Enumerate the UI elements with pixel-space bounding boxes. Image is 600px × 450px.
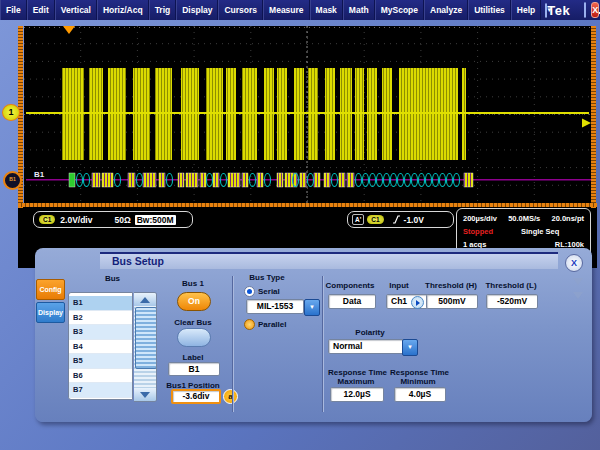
menu-items: FileEditVerticalHoriz/AcqTrigDisplayCurs… bbox=[0, 0, 541, 20]
bus-word bbox=[285, 173, 297, 187]
trigger-channel-badge: C1 bbox=[367, 215, 383, 224]
minimize-button[interactable] bbox=[584, 2, 586, 18]
serial-protocol-dropdown-button[interactable] bbox=[304, 299, 320, 316]
bus-word bbox=[159, 173, 165, 187]
trigger-level-arrow-icon bbox=[582, 119, 591, 128]
bus1-on-button[interactable]: On bbox=[177, 292, 211, 311]
parallel-radio[interactable] bbox=[244, 319, 255, 330]
response-max-field[interactable]: 12.0µS bbox=[330, 387, 384, 402]
scroll-down-button[interactable] bbox=[134, 388, 156, 401]
serial-radio[interactable] bbox=[244, 286, 255, 297]
bus-word bbox=[178, 173, 184, 187]
channel1-badge: C1 bbox=[39, 215, 55, 224]
knob-a-icon[interactable]: a bbox=[223, 389, 238, 404]
menu-item-math[interactable]: Math bbox=[343, 0, 375, 20]
bus-list-item-b5[interactable]: B5 bbox=[69, 354, 132, 369]
threshold-h-header: Threshold (H) bbox=[423, 281, 479, 290]
window-close-button[interactable]: X bbox=[591, 2, 599, 18]
channel1-marker[interactable]: 1 bbox=[2, 104, 20, 121]
menu-item-utilities[interactable]: Utilities bbox=[468, 0, 511, 20]
bus-word bbox=[324, 173, 330, 187]
menu-item-vertical[interactable]: Vertical bbox=[55, 0, 97, 20]
response-max-header1: Response Time bbox=[328, 368, 384, 377]
menu-bar: FileEditVerticalHoriz/AcqTrigDisplayCurs… bbox=[0, 0, 600, 20]
channel1-readout[interactable]: C1 2.0V/div 50Ω Bw:500M bbox=[33, 211, 193, 228]
bus1-marker[interactable]: B1 bbox=[3, 171, 22, 190]
ch1-bandwidth: Bw:500M bbox=[135, 215, 176, 225]
trigger-position-marker-icon bbox=[63, 26, 75, 34]
divider bbox=[322, 276, 324, 412]
bus-word bbox=[300, 173, 306, 187]
menu-item-myscope[interactable]: MyScope bbox=[375, 0, 424, 20]
menu-item-help[interactable]: Help bbox=[511, 0, 541, 20]
chevron-down-icon[interactable] bbox=[573, 292, 583, 299]
right-ruler bbox=[591, 26, 596, 208]
scroll-up-button[interactable] bbox=[134, 293, 156, 306]
sample-rate: 50.0MS/s bbox=[508, 212, 540, 225]
tab-display[interactable]: Display bbox=[36, 302, 65, 323]
bus-list-item-b2[interactable]: B2 bbox=[69, 311, 132, 326]
trigger-source-badge: A' bbox=[352, 214, 364, 225]
label-field[interactable]: B1 bbox=[168, 362, 220, 376]
bus-list-header: Bus bbox=[75, 274, 150, 283]
polarity-header: Polarity bbox=[345, 328, 395, 337]
menu-item-mask[interactable]: Mask bbox=[310, 0, 343, 20]
input-select-button[interactable] bbox=[411, 296, 424, 309]
trigger-readout[interactable]: A' C1 -1.0V bbox=[347, 211, 454, 228]
menu-item-measure[interactable]: Measure bbox=[263, 0, 310, 20]
acq-mode: Single Seq bbox=[521, 225, 559, 238]
bus-word bbox=[228, 173, 240, 187]
response-min-header1: Response Time bbox=[390, 368, 446, 377]
bus-list-item-b6[interactable]: B6 bbox=[69, 369, 132, 384]
bus-word bbox=[314, 173, 320, 187]
threshold-l-header: Threshold (L) bbox=[483, 281, 539, 290]
polarity-dropdown-button[interactable] bbox=[402, 339, 418, 356]
bus-list-item-b3[interactable]: B3 bbox=[69, 325, 132, 340]
bottom-ruler bbox=[18, 203, 597, 207]
menu-item-display[interactable]: Display bbox=[176, 0, 218, 20]
tab-config[interactable]: Config bbox=[36, 279, 65, 300]
bus-word bbox=[200, 173, 206, 187]
waveform-plot bbox=[24, 26, 591, 203]
bus-word bbox=[339, 173, 345, 187]
components-header: Components bbox=[321, 281, 379, 290]
scrollbar-thumb[interactable] bbox=[135, 307, 157, 369]
menu-item-cursors[interactable]: Cursors bbox=[218, 0, 263, 20]
menu-item-trig[interactable]: Trig bbox=[149, 0, 177, 20]
clear-bus-button[interactable] bbox=[177, 328, 211, 347]
bus-word bbox=[186, 173, 198, 187]
menu-item-edit[interactable]: Edit bbox=[27, 0, 55, 20]
bus-list-item-b1[interactable]: B1 bbox=[69, 296, 132, 311]
label-field-label: Label bbox=[168, 353, 218, 362]
timebase: 200µs/div bbox=[463, 212, 497, 225]
acq-state: Stopped bbox=[463, 225, 493, 238]
clear-bus-label: Clear Bus bbox=[165, 318, 221, 327]
bus-list[interactable]: B1B2B3B4B5B6B7 bbox=[68, 292, 133, 400]
bus-list-item-b4[interactable]: B4 bbox=[69, 340, 132, 355]
bus-word bbox=[213, 173, 219, 187]
chevron-down-icon[interactable] bbox=[573, 278, 583, 285]
serial-label: Serial bbox=[258, 287, 288, 296]
menu-item-horizacq[interactable]: Horiz/Acq bbox=[97, 0, 149, 20]
response-min-field[interactable]: 4.0µS bbox=[394, 387, 446, 402]
bus-word bbox=[92, 173, 100, 187]
menu-item-file[interactable]: File bbox=[0, 0, 27, 20]
dialog-title: Bus Setup bbox=[100, 254, 558, 269]
threshold-l-field[interactable]: -520mV bbox=[486, 294, 538, 309]
divider bbox=[232, 276, 234, 412]
components-field[interactable]: Data bbox=[328, 294, 376, 309]
serial-protocol-field[interactable]: MIL-1553 bbox=[246, 299, 304, 314]
menu-item-analyze[interactable]: Analyze bbox=[424, 0, 468, 20]
bus-list-scrollbar[interactable] bbox=[134, 292, 157, 402]
polarity-field[interactable]: Normal bbox=[328, 339, 404, 354]
bus-list-item-b7[interactable]: B7 bbox=[69, 383, 132, 398]
menu-dropdown-button[interactable] bbox=[545, 3, 547, 18]
graticule bbox=[24, 26, 591, 203]
threshold-h-field[interactable]: 500mV bbox=[426, 294, 478, 309]
bus-word bbox=[143, 173, 156, 187]
dialog-close-button[interactable]: X bbox=[565, 254, 583, 272]
bus1-position-field[interactable]: -3.6div bbox=[171, 389, 221, 404]
resolution: 20.0ns/pt bbox=[551, 212, 584, 225]
ch1-baseline bbox=[26, 112, 589, 114]
bus-type-header: Bus Type bbox=[239, 273, 295, 282]
